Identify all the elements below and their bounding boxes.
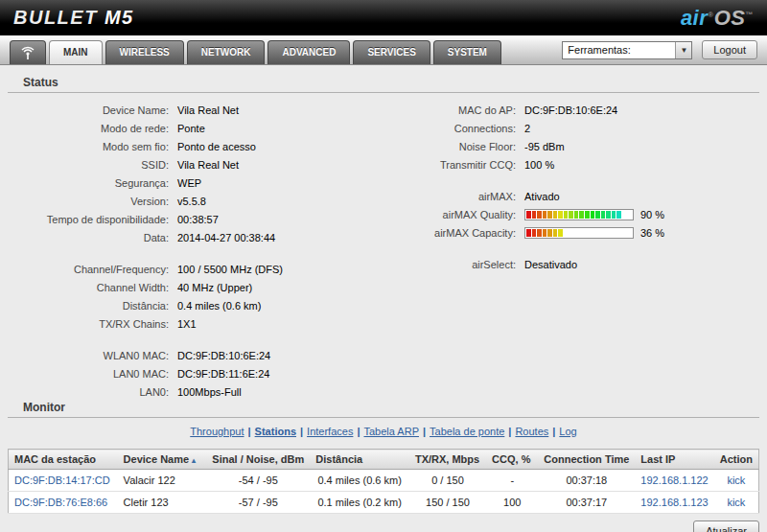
status-row: Connections:2 [382,119,767,137]
logout-button[interactable]: Logout [702,40,757,59]
airmax-quality: airMAX Quality:90 % [382,205,767,223]
gauge-segment [595,211,600,219]
mac-link[interactable]: DC:9F:DB:76:E8:66 [14,497,107,508]
monitor-divider [8,417,759,418]
column-header-ccq[interactable]: CCQ, % [486,450,538,470]
tools-dropdown[interactable]: Ferramentas: ▼ [562,41,692,59]
action-link[interactable]: kick [727,474,745,486]
status-value: Vila Real Net [177,104,239,116]
last_ip-link[interactable]: 192.168.1.123 [640,497,708,508]
status-row: Tempo de disponibilidade:00:38:57 [15,210,382,228]
gauge-segment [574,211,579,219]
trademark-mark: ™ [746,10,755,18]
cell-ccq: - [486,470,538,492]
antenna-icon [19,46,36,60]
cell-ccq: 100 [486,492,538,514]
link-separator: | [300,426,303,437]
topbar: BULLETM5 air®OS™ [0,0,767,35]
status-value: 2014-04-27 00:38:44 [177,232,275,243]
status-value: 36 % [640,227,664,239]
status-label: Channel/Frequency: [15,264,169,275]
gauge-segment [612,229,616,237]
status-label: Channel Width: [15,282,169,293]
gauge-segment [585,211,590,219]
gauge-segment [591,211,595,219]
column-header-mac[interactable]: MAC da estação [9,450,118,470]
cell-last_ip: 192.168.1.123 [635,492,713,514]
tab-system[interactable]: SYSTEM [433,40,501,64]
airmax-capacity: airMAX Capacity:36 % [382,223,767,242]
sort-arrow-icon: ▴ [192,456,196,465]
status-row: SSID:Vila Real Net [15,155,382,173]
status-value: Vila Real Net [177,159,239,171]
gauge-segment [532,211,537,219]
status-label: Modo de rede: [15,123,169,134]
gauge-segment [574,229,579,237]
monitor-link-stations[interactable]: Stations [255,426,296,437]
column-header-txrx[interactable]: TX/RX, Mbps [409,450,486,470]
status-value: Desativado [524,259,577,270]
gauge-segment [526,229,531,237]
gauge-segment [537,229,542,237]
gauge-segment [595,229,600,237]
status-label: LAN0 MAC: [15,368,169,380]
status-label: Data: [15,232,169,243]
status-value: 100 % [524,159,554,171]
gauge-segment [537,211,542,219]
action-link[interactable]: kick [727,497,745,508]
antenna-tab[interactable] [10,40,46,64]
status-value: 100Mbps-Full [177,386,242,398]
column-header-signal_noise[interactable]: Sinal / Noise, dBm [206,450,310,470]
tab-services[interactable]: SERVICES [353,40,430,64]
monitor-link-tabela-arp[interactable]: Tabela ARP [363,426,418,437]
airos-logo: air®OS™ [681,6,754,31]
monitor-link-routes[interactable]: Routes [515,426,548,437]
link-separator: | [423,426,426,437]
status-row: LAN0:100Mbps-Full [15,382,382,401]
column-header-device_name[interactable]: Device Name▴ [118,450,207,470]
monitor-link-throughput[interactable]: Throughput [190,426,244,437]
page: BULLETM5 air®OS™ MAINWIRELESSNETWORKADVA… [0,0,767,532]
tab-wireless[interactable]: WIRELESS [105,40,184,64]
monitor-link-tabela-de-ponte[interactable]: Tabela de ponte [430,426,504,437]
status-value: 100 / 5500 MHz (DFS) [177,264,283,275]
column-header-connection_time[interactable]: Connection Time [538,450,635,470]
mac-link[interactable]: DC:9F:DB:14:17:CD [14,474,110,486]
monitor-link-log[interactable]: Log [559,426,576,437]
status-row: Device Name:Vila Real Net [15,101,382,119]
status-label: Tempo de disponibilidade: [15,214,169,225]
tab-network[interactable]: NETWORK [187,40,266,64]
last_ip-link[interactable]: 192.168.1.122 [640,474,708,486]
gauge-segment [564,229,569,237]
column-header-last_ip[interactable]: Last IP [635,450,713,470]
status-label: Connections: [382,123,516,134]
gauge-segment [606,211,611,219]
cell-distance: 0.4 miles (0.6 km) [310,470,409,492]
gauge-segment [564,211,569,219]
column-header-action[interactable]: Action [714,450,759,470]
status-label: Transmitir CCQ: [382,159,516,171]
status-grid: Device Name:Vila Real NetModo de rede:Po… [0,101,767,401]
gauge-segment [579,229,584,237]
stations-table: MAC da estaçãoDevice Name▴Sinal / Noise,… [8,449,759,514]
status-label: airMAX: [382,191,516,202]
spacer [15,246,382,260]
status-section-title: Status [23,76,767,89]
cell-txrx: 150 / 150 [409,492,486,514]
status-value: WEP [177,177,201,189]
cell-device_name: Valacir 122 [118,470,207,492]
status-value: Ativado [524,191,560,202]
tab-advanced[interactable]: ADVANCED [267,40,350,64]
status-left-column: Device Name:Vila Real NetModo de rede:Po… [15,101,382,401]
gauge-segment [569,229,573,237]
monitor-link-interfaces[interactable]: Interfaces [307,426,353,437]
gauge-segment [622,211,627,219]
refresh-button[interactable]: Atualizar [693,520,759,532]
tab-main[interactable]: MAIN [49,40,103,64]
status-row: Channel Width:40 MHz (Upper) [15,278,382,296]
column-header-distance[interactable]: Distância [310,450,409,470]
status-value: -95 dBm [524,141,565,152]
footer-row: Atualizar [0,514,767,532]
status-label: Segurança: [15,177,169,189]
brand-logo: BULLETM5 [13,7,134,29]
